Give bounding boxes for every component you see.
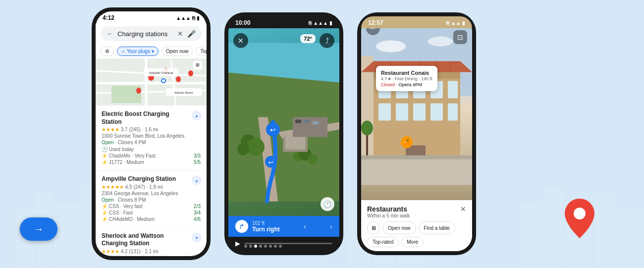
time-2: 10:00 bbox=[235, 19, 251, 26]
svg-text:Electric Boost: Electric Boost bbox=[175, 91, 193, 94]
listing-3[interactable]: ⬥ Sherlock and Wattson Charging Station … bbox=[96, 227, 207, 256]
dot-5 bbox=[264, 245, 267, 248]
nav-icon-1[interactable]: ⬥ bbox=[192, 110, 202, 120]
nav-prev[interactable]: ‹ bbox=[304, 222, 306, 230]
dot-1 bbox=[244, 245, 247, 248]
listing-2[interactable]: ⬥ Ampville Charging Station ★★★★★ 4.5 (2… bbox=[96, 170, 207, 227]
charger-row-1b: ⚡ J1772 · Medium 5/5 bbox=[102, 160, 201, 165]
charger-count-2a: 2/3 bbox=[194, 204, 201, 209]
charger-type-2c: ⚡ CHAdeMO · Medium bbox=[102, 216, 155, 222]
panel-subtitle: Within a 5 min walk bbox=[367, 213, 410, 218]
map-3d-svg: ↩ ↩ bbox=[228, 28, 339, 216]
listing-3-title: Sherlock and Wattson Charging Station bbox=[102, 232, 201, 248]
charger-count-2b: 3/4 bbox=[194, 210, 201, 215]
phone-navigation: 10:00 ⎘ ▲▲▲ ▮ bbox=[224, 12, 343, 255]
filter-open-now-panel[interactable]: Open now bbox=[382, 221, 416, 234]
filter-top-rated[interactable]: Top rated bbox=[196, 47, 207, 56]
charger-type-2b: ⚡ CSS · Fast bbox=[102, 210, 133, 215]
sv-closed-label: Closed bbox=[381, 82, 395, 87]
voice-icon[interactable]: 🎤 bbox=[187, 30, 196, 38]
nav-clock-button[interactable]: 🕐 bbox=[321, 197, 334, 211]
search-bar[interactable]: ← Charging stations ✕ 🎤 bbox=[101, 26, 202, 41]
status-bar-3: 12:57 ⎘ ▲▲ ▮ bbox=[361, 16, 472, 28]
battery-icon: ▮ bbox=[197, 15, 200, 21]
filter-settings[interactable]: ⚙ bbox=[101, 47, 114, 56]
nav-share-button[interactable]: ⤴ bbox=[320, 33, 334, 48]
distance-3: 2.1 mi bbox=[145, 249, 158, 254]
svg-point-61 bbox=[428, 37, 453, 47]
status-icons-2: ⎘ ▲▲▲ ▮ bbox=[309, 20, 332, 26]
status-icons-1: ▲▲▲ ⎘ ▮ bbox=[176, 15, 200, 21]
dot-6 bbox=[269, 245, 272, 248]
street-view-svg bbox=[361, 16, 472, 200]
svg-rect-73 bbox=[448, 104, 458, 121]
svg-text:↩: ↩ bbox=[270, 126, 276, 134]
listing-3-subtitle: ★★★★ 4.2 (131) · 2.1 mi bbox=[102, 249, 201, 254]
svg-rect-75 bbox=[361, 158, 472, 185]
phone-street-view: 12:57 ⎘ ▲▲ ▮ bbox=[357, 12, 476, 255]
status-bar-2: 10:00 ⎘ ▲▲▲ ▮ bbox=[228, 16, 339, 28]
charger-row-2a: ⚡ CSS · Very fast 2/3 bbox=[102, 204, 201, 209]
back-arrow-icon[interactable]: ← bbox=[107, 30, 113, 38]
sv-card-title: Restaurant Conais bbox=[381, 70, 432, 76]
panel-filters: ⊞ Open now Find a table Top-rated More bbox=[367, 221, 466, 247]
phones-container: 4:12 ▲▲▲ ⎘ ▮ ← Charging stations ✕ 🎤 ⚙ bbox=[92, 7, 599, 260]
filter-find-table[interactable]: Find a table bbox=[419, 221, 455, 234]
signal-icon-2: ▲▲▲ bbox=[313, 20, 328, 26]
listing-1-status: Open · Closes 4 PM bbox=[102, 140, 201, 145]
listing-1-title: Electric Boost Charging Station bbox=[102, 110, 201, 126]
closes-1: Closes 4 PM bbox=[118, 140, 146, 145]
reviews-1: (245) bbox=[129, 127, 140, 132]
svg-point-32 bbox=[162, 79, 165, 82]
listing-1[interactable]: ⬥ Electric Boost Charging Station ★★★★ 3… bbox=[96, 106, 207, 170]
map-area[interactable]: Ampville Charging Electric Boost ⊞ bbox=[96, 58, 207, 106]
sv-orange-marker: 🍊 bbox=[401, 136, 413, 148]
blue-arrow-button[interactable]: → bbox=[20, 217, 57, 241]
svg-rect-69 bbox=[378, 104, 391, 121]
time-3: 12:57 bbox=[368, 19, 383, 26]
phone-search: 4:12 ▲▲▲ ⎘ ▮ ← Charging stations ✕ 🎤 ⚙ bbox=[92, 7, 211, 260]
signal-icon: ▲▲▲ bbox=[176, 15, 191, 21]
listing-1-address: 1000 Sunrise Town Blvd, Los Angeles bbox=[102, 133, 201, 139]
svg-point-79 bbox=[361, 121, 373, 136]
sv-card-subtitle: 4.7★ · Fine Dining · 190 ft bbox=[381, 76, 432, 81]
distance-2: 1.8 mi bbox=[149, 184, 162, 190]
nav-icon-3[interactable]: ⬥ bbox=[192, 232, 202, 242]
stars-2: ★★★★★ bbox=[102, 184, 124, 190]
wifi-icon: ⎘ bbox=[192, 15, 195, 21]
battery-icon-3: ▮ bbox=[462, 20, 465, 26]
filter-open-now[interactable]: Open now bbox=[161, 47, 193, 56]
nav-close-button[interactable]: ✕ bbox=[233, 33, 248, 48]
panel-filter-icon[interactable]: ⊞ bbox=[367, 221, 380, 234]
nav-map-3d[interactable]: ↩ ↩ bbox=[228, 28, 339, 216]
charger-row-1a: ⚡ ChadeMo · Very Fast 3/3 bbox=[102, 153, 201, 159]
stars-3: ★★★★ bbox=[102, 249, 119, 254]
panel-header: Restaurants Within a 5 min walk ✕ bbox=[367, 205, 466, 218]
status-bar-1: 4:12 ▲▲▲ ⎘ ▮ bbox=[96, 11, 207, 23]
turn-info: 102 ft Turn right bbox=[252, 220, 280, 233]
nav-next[interactable]: › bbox=[330, 222, 332, 230]
turn-distance: 102 ft bbox=[252, 220, 280, 226]
turn-arrow-icon: ↱ bbox=[235, 220, 248, 233]
stars-1: ★★★★ bbox=[102, 127, 119, 132]
sv-opens-sub: · Opens 6PM bbox=[396, 82, 423, 87]
bottom-panel: Restaurants Within a 5 min walk ✕ ⊞ Open… bbox=[361, 200, 472, 251]
rating-1: 3.7 bbox=[121, 127, 128, 132]
play-button[interactable]: ▶ bbox=[235, 240, 240, 247]
filter-your-plugs[interactable]: ✓ Your plugs ▾ bbox=[117, 47, 159, 56]
listing-2-status: Open · Closes 8 PM bbox=[102, 197, 201, 203]
svg-rect-12 bbox=[617, 209, 644, 268]
filter-top-rated-panel[interactable]: Top-rated bbox=[367, 237, 399, 247]
street-view-area[interactable]: ← ⊡ Restaurant Conais 4.7★ · Fine Dining… bbox=[361, 16, 472, 200]
sv-info-card[interactable]: Restaurant Conais 4.7★ · Fine Dining · 1… bbox=[376, 66, 437, 91]
svg-text:⊞: ⊞ bbox=[196, 62, 200, 67]
progress-bar[interactable] bbox=[244, 243, 332, 244]
sv-share-button[interactable]: ⊡ bbox=[453, 30, 467, 44]
dot-4 bbox=[259, 245, 262, 248]
clear-icon[interactable]: ✕ bbox=[177, 30, 183, 38]
panel-close-button[interactable]: ✕ bbox=[460, 205, 466, 213]
check-icon: ✓ bbox=[121, 49, 125, 54]
charger-type-1b: ⚡ J1772 · Medium bbox=[102, 160, 144, 165]
dot-7 bbox=[274, 245, 277, 248]
filter-more[interactable]: More bbox=[401, 237, 424, 247]
